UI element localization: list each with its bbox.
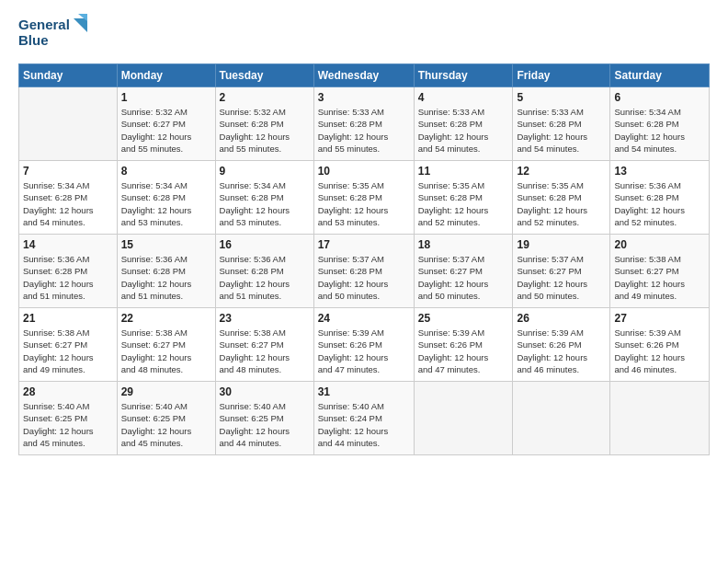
calendar-cell: 4Sunrise: 5:33 AMSunset: 6:28 PMDaylight… [414,87,513,161]
day-info: Sunrise: 5:39 AMSunset: 6:26 PMDaylight:… [614,327,705,375]
day-number: 29 [121,385,211,398]
day-info: Sunrise: 5:34 AMSunset: 6:28 PMDaylight:… [614,106,705,155]
day-info: Sunrise: 5:36 AMSunset: 6:28 PMDaylight:… [121,253,211,302]
calendar-table: SundayMondayTuesdayWednesdayThursdayFrid… [18,63,710,455]
day-info: Sunrise: 5:35 AMSunset: 6:28 PMDaylight:… [318,179,410,228]
calendar-week-5: 28Sunrise: 5:40 AMSunset: 6:25 PMDayligh… [19,382,710,455]
calendar-cell: 31Sunrise: 5:40 AMSunset: 6:24 PMDayligh… [313,382,414,455]
day-number: 10 [318,165,410,178]
day-number: 21 [23,312,113,325]
day-info: Sunrise: 5:36 AMSunset: 6:28 PMDaylight:… [220,253,310,302]
calendar-week-3: 14Sunrise: 5:36 AMSunset: 6:28 PMDayligh… [19,235,710,308]
calendar-cell: 9Sunrise: 5:34 AMSunset: 6:28 PMDaylight… [215,161,313,235]
day-info: Sunrise: 5:39 AMSunset: 6:26 PMDaylight:… [318,327,410,375]
day-number: 15 [121,238,211,251]
calendar-cell: 30Sunrise: 5:40 AMSunset: 6:25 PMDayligh… [215,382,313,455]
calendar-cell: 12Sunrise: 5:35 AMSunset: 6:28 PMDayligh… [513,161,610,235]
calendar-cell: 21Sunrise: 5:38 AMSunset: 6:27 PMDayligh… [19,308,118,382]
calendar-cell: 18Sunrise: 5:37 AMSunset: 6:27 PMDayligh… [414,235,513,308]
calendar-cell: 28Sunrise: 5:40 AMSunset: 6:25 PMDayligh… [19,382,118,455]
day-info: Sunrise: 5:37 AMSunset: 6:28 PMDaylight:… [318,253,410,302]
day-number: 22 [121,312,211,325]
calendar-cell: 6Sunrise: 5:34 AMSunset: 6:28 PMDaylight… [610,87,710,161]
day-info: Sunrise: 5:34 AMSunset: 6:28 PMDaylight:… [23,179,113,228]
calendar-cell: 26Sunrise: 5:39 AMSunset: 6:26 PMDayligh… [513,308,610,382]
day-number: 2 [220,91,310,104]
day-info: Sunrise: 5:34 AMSunset: 6:28 PMDaylight:… [220,179,310,228]
day-info: Sunrise: 5:36 AMSunset: 6:28 PMDaylight:… [23,253,113,302]
day-info: Sunrise: 5:32 AMSunset: 6:27 PMDaylight:… [121,106,211,155]
calendar-week-1: 1Sunrise: 5:32 AMSunset: 6:27 PMDaylight… [19,87,710,161]
calendar-cell: 7Sunrise: 5:34 AMSunset: 6:28 PMDaylight… [19,161,118,235]
calendar-cell: 23Sunrise: 5:38 AMSunset: 6:27 PMDayligh… [215,308,313,382]
day-info: Sunrise: 5:40 AMSunset: 6:25 PMDaylight:… [121,400,211,449]
day-info: Sunrise: 5:37 AMSunset: 6:27 PMDaylight:… [517,253,606,302]
day-number: 20 [614,238,705,251]
svg-text:General: General [18,17,70,32]
day-info: Sunrise: 5:40 AMSunset: 6:25 PMDaylight:… [23,400,113,449]
calendar-cell: 25Sunrise: 5:39 AMSunset: 6:26 PMDayligh… [414,308,513,382]
calendar-cell: 27Sunrise: 5:39 AMSunset: 6:26 PMDayligh… [610,308,710,382]
weekday-header-sunday: Sunday [19,64,118,87]
calendar-cell: 22Sunrise: 5:38 AMSunset: 6:27 PMDayligh… [117,308,215,382]
day-number: 8 [121,165,211,178]
day-number: 31 [318,385,410,398]
weekday-header-saturday: Saturday [610,64,710,87]
day-number: 26 [517,312,606,325]
svg-marker-2 [74,18,87,32]
calendar-cell: 17Sunrise: 5:37 AMSunset: 6:28 PMDayligh… [313,235,414,308]
calendar-cell: 24Sunrise: 5:39 AMSunset: 6:26 PMDayligh… [313,308,414,382]
day-number: 5 [517,91,606,104]
calendar-cell [513,382,610,455]
day-number: 17 [318,238,410,251]
weekday-header-tuesday: Tuesday [215,64,313,87]
calendar-cell: 16Sunrise: 5:36 AMSunset: 6:28 PMDayligh… [215,235,313,308]
weekday-header-monday: Monday [117,64,215,87]
weekday-header-thursday: Thursday [414,64,513,87]
calendar-cell: 5Sunrise: 5:33 AMSunset: 6:28 PMDaylight… [513,87,610,161]
day-number: 25 [418,312,509,325]
day-info: Sunrise: 5:36 AMSunset: 6:28 PMDaylight:… [614,179,705,228]
day-number: 3 [318,91,410,104]
day-info: Sunrise: 5:37 AMSunset: 6:27 PMDaylight:… [418,253,509,302]
calendar-cell: 15Sunrise: 5:36 AMSunset: 6:28 PMDayligh… [117,235,215,308]
calendar-cell: 29Sunrise: 5:40 AMSunset: 6:25 PMDayligh… [117,382,215,455]
day-number: 19 [517,238,606,251]
day-number: 24 [318,312,410,325]
calendar-week-4: 21Sunrise: 5:38 AMSunset: 6:27 PMDayligh… [19,308,710,382]
day-info: Sunrise: 5:38 AMSunset: 6:27 PMDaylight:… [23,327,113,375]
day-number: 4 [418,91,509,104]
calendar-week-2: 7Sunrise: 5:34 AMSunset: 6:28 PMDaylight… [19,161,710,235]
day-info: Sunrise: 5:40 AMSunset: 6:25 PMDaylight:… [220,400,310,449]
calendar-cell [414,382,513,455]
day-number: 9 [220,165,310,178]
day-number: 28 [23,385,113,398]
calendar-cell: 10Sunrise: 5:35 AMSunset: 6:28 PMDayligh… [313,161,414,235]
day-info: Sunrise: 5:33 AMSunset: 6:28 PMDaylight:… [318,106,410,155]
calendar-cell: 20Sunrise: 5:38 AMSunset: 6:27 PMDayligh… [610,235,710,308]
day-number: 27 [614,312,705,325]
svg-text:Blue: Blue [18,32,49,48]
day-number: 30 [220,385,310,398]
day-number: 14 [23,238,113,251]
day-info: Sunrise: 5:39 AMSunset: 6:26 PMDaylight:… [418,327,509,375]
day-number: 18 [418,238,509,251]
calendar-cell: 11Sunrise: 5:35 AMSunset: 6:28 PMDayligh… [414,161,513,235]
calendar-cell: 8Sunrise: 5:34 AMSunset: 6:28 PMDaylight… [117,161,215,235]
calendar-cell: 19Sunrise: 5:37 AMSunset: 6:27 PMDayligh… [513,235,610,308]
day-number: 7 [23,165,113,178]
calendar-cell: 3Sunrise: 5:33 AMSunset: 6:28 PMDaylight… [313,87,414,161]
day-number: 11 [418,165,509,178]
day-info: Sunrise: 5:38 AMSunset: 6:27 PMDaylight:… [220,327,310,375]
day-number: 12 [517,165,606,178]
day-number: 13 [614,165,705,178]
day-info: Sunrise: 5:38 AMSunset: 6:27 PMDaylight:… [614,253,705,302]
weekday-header-friday: Friday [513,64,610,87]
logo: GeneralBlue [18,14,92,52]
logo-svg: GeneralBlue [18,14,92,52]
calendar-cell [19,87,118,161]
day-number: 1 [121,91,211,104]
day-info: Sunrise: 5:32 AMSunset: 6:28 PMDaylight:… [220,106,310,155]
day-info: Sunrise: 5:40 AMSunset: 6:24 PMDaylight:… [318,400,410,449]
calendar-cell [610,382,710,455]
